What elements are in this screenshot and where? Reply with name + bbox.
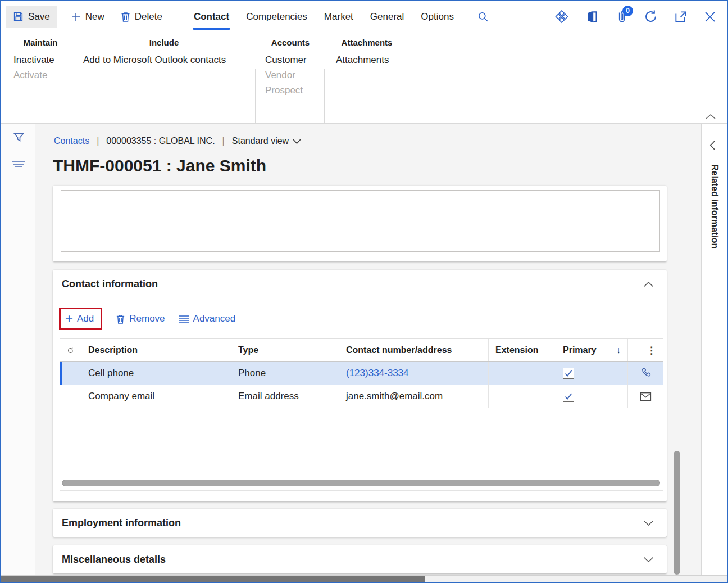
ribbon-divider bbox=[70, 69, 70, 130]
breadcrumb-contacts-link[interactable]: Contacts bbox=[54, 136, 89, 146]
view-selector[interactable]: Standard view bbox=[232, 136, 302, 146]
breadcrumb-record: 000003355 : GLOBAL INC. bbox=[106, 136, 215, 146]
table-row[interactable]: Cell phone Phone (123)334-3334 bbox=[60, 362, 663, 385]
save-button[interactable]: Save bbox=[6, 6, 57, 28]
scrollbar-thumb[interactable] bbox=[62, 480, 660, 486]
open-in-new-window-icon[interactable] bbox=[674, 10, 688, 24]
expand-chevron-left-icon[interactable] bbox=[709, 139, 716, 151]
tab-general[interactable]: General bbox=[362, 2, 412, 31]
app-window: Save New Delete Contact Competencies Mar… bbox=[0, 0, 728, 583]
customer-button[interactable]: Customer bbox=[265, 52, 316, 67]
cell-extension bbox=[489, 362, 556, 385]
breadcrumb-separator: | bbox=[222, 136, 225, 146]
mail-icon[interactable] bbox=[628, 385, 663, 408]
add-to-outlook-button[interactable]: Add to Microsoft Outlook contacts bbox=[83, 52, 245, 67]
column-header-extension[interactable]: Extension bbox=[489, 339, 556, 361]
trash-icon bbox=[120, 11, 131, 22]
tab-options[interactable]: Options bbox=[412, 2, 462, 31]
command-bar-right: 0 bbox=[554, 9, 717, 25]
ribbon-collapse-chevron-up-icon[interactable] bbox=[704, 112, 717, 120]
prospect-button: Prospect bbox=[265, 83, 316, 98]
cell-contact-link[interactable]: (123)334-3334 bbox=[339, 362, 489, 385]
table-row[interactable]: Company email Email address jane.smith@e… bbox=[60, 385, 663, 408]
group-title: Accounts bbox=[265, 38, 316, 47]
chevron-down-icon bbox=[643, 519, 654, 527]
sort-list-icon[interactable] bbox=[11, 159, 26, 170]
primary-checkbox[interactable] bbox=[563, 391, 574, 402]
phone-icon[interactable] bbox=[628, 362, 663, 385]
plus-icon: + bbox=[65, 314, 73, 324]
vendor-button: Vendor bbox=[265, 67, 316, 83]
attachments-badge: 0 bbox=[622, 6, 633, 16]
cell-type: Email address bbox=[231, 385, 339, 408]
left-rail bbox=[1, 124, 35, 576]
employment-information-section[interactable]: Employment information bbox=[53, 509, 667, 537]
related-information-panel[interactable]: Related information bbox=[701, 124, 727, 576]
column-header-type[interactable]: Type bbox=[231, 339, 339, 361]
contacts-grid: Description Type Contact number/address … bbox=[60, 338, 663, 491]
delete-button[interactable]: Delete bbox=[120, 11, 162, 22]
ribbon-divider bbox=[324, 69, 325, 130]
primary-checkbox[interactable] bbox=[563, 368, 574, 379]
sort-descending-icon: ↓ bbox=[616, 345, 621, 355]
content-area: Contacts | 000003355 : GLOBAL INC. | Sta… bbox=[1, 124, 727, 576]
diamond-grid-icon[interactable] bbox=[554, 9, 570, 25]
toolbar-divider bbox=[175, 8, 175, 25]
group-title: Include bbox=[83, 38, 245, 47]
main-panel: Contacts | 000003355 : GLOBAL INC. | Sta… bbox=[36, 124, 701, 576]
advanced-button[interactable]: Advanced bbox=[179, 313, 236, 324]
section-header: Contact information bbox=[53, 270, 667, 290]
activate-button: Activate bbox=[13, 67, 67, 83]
notes-field[interactable] bbox=[61, 190, 660, 252]
list-icon bbox=[179, 315, 189, 323]
column-header-primary[interactable]: Primary ↓ bbox=[556, 339, 628, 361]
cell-type: Phone bbox=[231, 362, 339, 385]
chevron-down-icon bbox=[292, 138, 302, 144]
column-options-kebab-icon[interactable]: ⋮ bbox=[628, 339, 663, 361]
new-button[interactable]: New bbox=[70, 11, 104, 22]
page-vertical-scrollbar-thumb[interactable] bbox=[674, 451, 680, 575]
cell-extension bbox=[489, 385, 556, 408]
grid-header-row: Description Type Contact number/address … bbox=[60, 338, 663, 362]
search-icon[interactable] bbox=[477, 11, 489, 23]
ribbon-group-include: Include Add to Microsoft Outlook contact… bbox=[83, 38, 245, 67]
new-label: New bbox=[85, 11, 104, 22]
remove-button[interactable]: Remove bbox=[116, 313, 165, 324]
grid-horizontal-scrollbar bbox=[62, 479, 660, 486]
row-selector[interactable] bbox=[60, 362, 81, 385]
office-icon[interactable] bbox=[585, 10, 599, 24]
tab-contact[interactable]: Contact bbox=[185, 2, 238, 31]
attachments-button[interactable]: Attachments bbox=[336, 52, 398, 67]
grid-refresh-icon[interactable] bbox=[60, 339, 81, 361]
ribbon-group-attachments: Attachments Attachments bbox=[336, 38, 398, 67]
tab-market[interactable]: Market bbox=[316, 2, 362, 31]
filter-icon[interactable] bbox=[12, 132, 25, 144]
add-button[interactable]: + Add bbox=[59, 308, 102, 330]
save-icon bbox=[12, 11, 24, 22]
inactivate-button[interactable]: Inactivate bbox=[13, 52, 67, 67]
cell-description: Company email bbox=[81, 385, 231, 408]
breadcrumb-separator: | bbox=[97, 136, 99, 146]
page-title: THMF-000051 : Jane Smith bbox=[53, 156, 266, 175]
ribbon: Maintain Inactivate Activate Include Add… bbox=[1, 32, 727, 124]
chevron-down-icon bbox=[643, 556, 654, 563]
grid-bottom-border bbox=[60, 490, 663, 491]
section-title: Employment information bbox=[62, 517, 181, 529]
collapse-chevron-up-icon[interactable] bbox=[643, 281, 654, 288]
cell-primary bbox=[556, 362, 628, 385]
attachments-icon[interactable]: 0 bbox=[615, 10, 628, 24]
miscellaneous-details-section[interactable]: Miscellaneous details bbox=[53, 545, 667, 573]
ribbon-group-maintain: Maintain Inactivate Activate bbox=[13, 38, 67, 83]
row-selector[interactable] bbox=[60, 385, 81, 408]
column-header-contact[interactable]: Contact number/address bbox=[339, 339, 489, 361]
grid-empty-space bbox=[60, 408, 663, 479]
close-icon[interactable] bbox=[703, 10, 717, 24]
contact-information-card: Contact information + Add R bbox=[53, 270, 667, 501]
cell-contact: jane.smith@email.com bbox=[339, 385, 489, 408]
refresh-icon[interactable] bbox=[643, 9, 658, 24]
cell-primary bbox=[556, 385, 628, 408]
column-header-description[interactable]: Description bbox=[81, 339, 231, 361]
save-label: Save bbox=[28, 11, 50, 22]
tab-competencies[interactable]: Competencies bbox=[238, 2, 316, 31]
scrollbar-thumb[interactable] bbox=[1, 576, 425, 582]
